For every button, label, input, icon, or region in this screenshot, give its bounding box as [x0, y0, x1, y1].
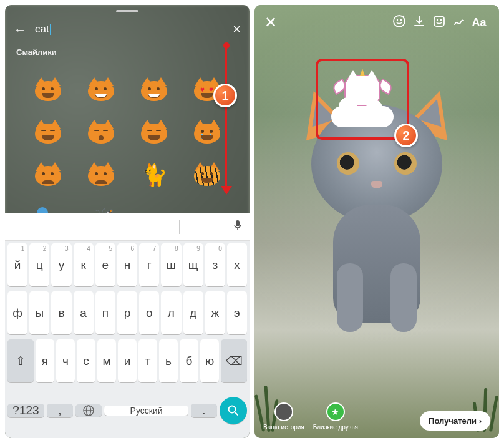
- search-input[interactable]: cat: [29, 23, 226, 36]
- story-editor-screen: ✕ Aa 2 Ваша история ★ Близкие друз: [254, 5, 499, 438]
- key-letter[interactable]: с: [77, 339, 95, 382]
- keyboard-row-3: ⇧ячсмитьбю⌫: [5, 337, 250, 385]
- annotation-badge-1: 1: [213, 84, 237, 107]
- annotation-badge-2: 2: [394, 124, 418, 147]
- recipients-button[interactable]: Получатели ›: [420, 411, 490, 431]
- emoji-cat-smirk[interactable]: [34, 118, 62, 147]
- key-letter[interactable]: ц2: [29, 243, 49, 286]
- key-letter[interactable]: ш8: [161, 243, 181, 286]
- key-letter[interactable]: я: [36, 339, 54, 382]
- key-letter[interactable]: в: [51, 291, 71, 334]
- sticker-icon[interactable]: [429, 14, 449, 31]
- key-letter[interactable]: е5: [95, 243, 115, 286]
- avatar-icon: [274, 402, 293, 421]
- chevron-right-icon: ›: [479, 417, 482, 426]
- annotation-arrow: [225, 45, 227, 188]
- sheet-handle[interactable]: [116, 10, 138, 12]
- unicorn-cat-sticker[interactable]: [331, 71, 394, 127]
- key-letter[interactable]: щ9: [183, 243, 203, 286]
- close-icon[interactable]: ✕: [264, 14, 389, 31]
- text-cursor: [50, 24, 51, 35]
- key-letter[interactable]: а: [74, 291, 94, 334]
- emoji-cat-cry[interactable]: [193, 118, 221, 147]
- key-letter[interactable]: о: [139, 291, 159, 334]
- key-letter[interactable]: к4: [74, 243, 94, 286]
- emoji-cat-grin[interactable]: [87, 75, 115, 104]
- key-letter[interactable]: п: [95, 291, 115, 334]
- key-letter[interactable]: у3: [51, 243, 71, 286]
- text-tool-icon[interactable]: Aa: [469, 16, 489, 29]
- clear-icon[interactable]: ×: [226, 21, 241, 37]
- key-letter[interactable]: д: [183, 291, 203, 334]
- key-letter[interactable]: э: [227, 291, 247, 334]
- emoji-cat-kiss[interactable]: [87, 118, 115, 147]
- svg-rect-0: [236, 220, 240, 226]
- svg-point-11: [440, 19, 442, 20]
- key-letter[interactable]: и: [118, 339, 137, 382]
- emoji-tiger[interactable]: [193, 160, 221, 189]
- key-letter[interactable]: з0: [205, 243, 225, 286]
- suggestion-slot[interactable]: [123, 221, 125, 233]
- emoji-cat-open[interactable]: [34, 75, 62, 104]
- key-letter[interactable]: л: [161, 291, 181, 334]
- keyboard-row-bottom: ?123 , Русский .: [5, 385, 250, 438]
- search-query-text: cat: [35, 23, 49, 36]
- svg-point-7: [397, 19, 398, 20]
- suggestion-separator: [69, 220, 69, 234]
- section-label: Смайлики: [16, 47, 57, 57]
- key-letter[interactable]: т: [138, 339, 157, 382]
- your-story-button[interactable]: Ваша история: [263, 402, 304, 431]
- emoji-cat-angry[interactable]: [87, 160, 115, 189]
- close-friends-button[interactable]: ★ Близкие друзья: [313, 402, 358, 431]
- key-letter[interactable]: ю: [200, 339, 219, 382]
- key-backspace[interactable]: ⌫: [221, 339, 247, 382]
- key-letter[interactable]: ф: [7, 291, 27, 334]
- emoji-cat-laugh[interactable]: [140, 75, 168, 104]
- key-space[interactable]: Русский: [104, 406, 188, 416]
- key-globe-icon[interactable]: [75, 404, 102, 417]
- key-period[interactable]: .: [191, 404, 217, 417]
- key-letter[interactable]: ы: [29, 291, 49, 334]
- keyboard-row-2: фывапролджэ: [5, 289, 250, 337]
- suggestion-slot[interactable]: [12, 221, 15, 233]
- key-search-icon[interactable]: [220, 397, 247, 424]
- key-letter[interactable]: ж: [205, 291, 225, 334]
- recipients-label: Получатели: [429, 416, 477, 426]
- key-letter[interactable]: м: [97, 339, 116, 382]
- key-letter[interactable]: н6: [117, 243, 137, 286]
- search-row: ← cat ×: [5, 17, 250, 41]
- key-letter[interactable]: б: [180, 339, 198, 382]
- story-bottom-bar: Ваша история ★ Близкие друзья Получатели…: [254, 402, 499, 431]
- key-symbols[interactable]: ?123: [7, 404, 44, 417]
- emoji-grid: 🐈 🦋: [5, 65, 250, 213]
- suggestion-separator: [179, 220, 180, 234]
- draw-icon[interactable]: [449, 14, 469, 31]
- face-filter-icon[interactable]: [389, 14, 409, 31]
- key-letter[interactable]: р: [117, 291, 137, 334]
- star-icon: ★: [326, 402, 345, 421]
- svg-rect-9: [434, 16, 444, 26]
- key-letter[interactable]: г7: [139, 243, 159, 286]
- keyboard: й1ц2у3к4е5н6г7ш8щ9з0х фывапролджэ ⇧ячсми…: [5, 213, 250, 438]
- key-shift[interactable]: ⇧: [7, 339, 34, 382]
- key-letter[interactable]: х: [227, 243, 247, 286]
- close-friends-label: Близкие друзья: [313, 424, 358, 431]
- keyboard-row-1: й1ц2у3к4е5н6г7ш8щ9з0х: [5, 241, 250, 289]
- emoji-kitten[interactable]: 🐈: [140, 160, 168, 189]
- svg-point-6: [394, 16, 405, 27]
- key-letter[interactable]: ь: [159, 339, 178, 382]
- key-letter[interactable]: й1: [7, 243, 27, 286]
- download-icon[interactable]: [409, 14, 429, 31]
- svg-point-10: [437, 19, 438, 20]
- key-comma[interactable]: ,: [47, 404, 73, 417]
- key-letter[interactable]: ч: [56, 339, 75, 382]
- your-story-label: Ваша история: [263, 424, 304, 431]
- svg-point-8: [400, 19, 402, 20]
- mic-icon[interactable]: [233, 220, 242, 234]
- back-icon[interactable]: ←: [14, 22, 29, 37]
- sticker-search-screen: ← cat × Смайлики 🐈 🦋 1: [5, 5, 250, 438]
- story-toolbar: ✕ Aa: [254, 14, 499, 31]
- emoji-cat-sad[interactable]: [34, 160, 62, 189]
- emoji-cat-tired[interactable]: [140, 118, 168, 147]
- suggestion-bar: [5, 213, 250, 241]
